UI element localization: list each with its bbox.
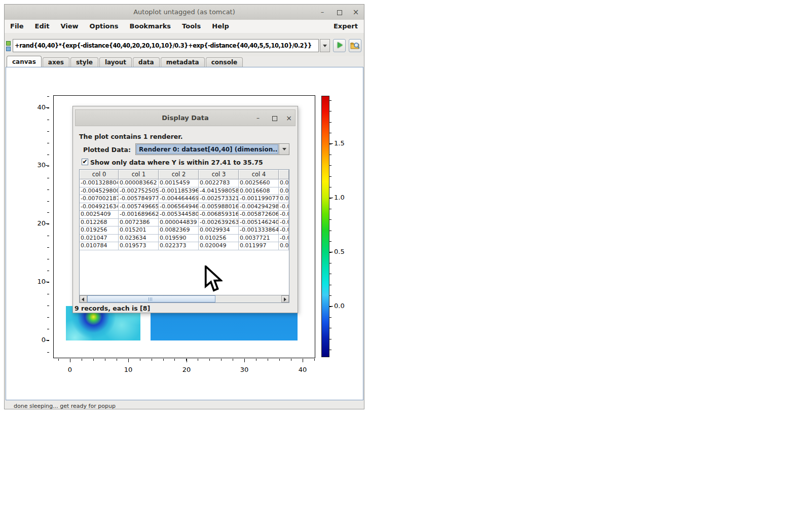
table-row[interactable]: 0.0107840.0195730.0223730.0200490.011997… [80,242,289,250]
table-cell[interactable]: -0.002573321... [199,195,239,203]
table-cell[interactable]: 0.010784 [80,242,119,250]
table-cell[interactable]: -0.004529800... [80,187,119,196]
tab-layout[interactable]: layout [99,57,132,67]
tab-style[interactable]: style [70,57,98,67]
minimize-icon[interactable]: – [318,9,326,16]
table-cell[interactable]: -4.041598058... [199,187,239,196]
menu-bookmarks[interactable]: Bookmarks [124,20,177,33]
table-cell[interactable]: -0.001185396... [159,187,199,196]
table-cell[interactable]: 0.0016608 [239,187,279,196]
table-cell[interactable]: -0.001333864... [239,226,279,235]
column-header[interactable] [279,170,289,179]
table-cell[interactable]: -0.005784977... [119,195,159,203]
table-cell[interactable]: -0.004921634... [80,203,119,211]
table-cell[interactable]: 0.0082369 [159,226,199,235]
table-cell[interactable]: 0.0025660 [239,179,279,187]
filter-checkbox[interactable]: ✔ [82,159,88,165]
table-cell[interactable]: 0.00 [279,179,289,187]
uri-input[interactable]: +rand{40,40}*{exp{-distance{40,40,20,20,… [13,39,319,52]
table-cell[interactable]: 0.0022783 [199,179,239,187]
scroll-left-button[interactable] [80,295,87,302]
table-cell[interactable]: -0.005988016... [199,203,239,211]
combo-arrow-button[interactable] [279,144,289,155]
dialog-close-icon[interactable]: × [285,115,293,122]
menu-tools[interactable]: Tools [176,20,206,33]
table-cell[interactable]: -0.002639263... [199,219,239,227]
table-cell[interactable]: 0.000044839 [159,219,199,227]
table-cell[interactable]: -0.005146240... [239,219,279,227]
table-cell[interactable]: 0.0037721 [239,235,279,243]
table-cell[interactable]: -0.001328804... [80,179,119,187]
table-cell[interactable]: -0.007002187... [80,195,119,203]
column-header[interactable]: col 1 [119,170,159,179]
table-row[interactable]: 0.0025409-0.001689662...-0.005344580...-… [80,211,289,219]
table-cell[interactable]: -0.006859316... [199,211,239,219]
table-cell[interactable]: 0.023634 [119,235,159,243]
table-cell[interactable]: 0.00 [279,187,289,196]
menu-options[interactable]: Options [84,20,124,33]
inspect-uri-button[interactable] [349,39,361,52]
window-titlebar[interactable]: Autoplot untagged (as tomcat) – × [5,5,364,20]
table-cell[interactable]: 0.010256 [199,235,239,243]
table-cell[interactable]: -0.005749665... [119,203,159,211]
maximize-icon[interactable] [336,9,344,16]
close-icon[interactable]: × [352,9,360,16]
menu-file[interactable]: File [5,20,29,33]
column-header[interactable]: col 0 [80,170,119,179]
table-cell[interactable]: 0.019590 [159,235,199,243]
table-cell[interactable]: 0.021047 [80,235,119,243]
table-cell[interactable]: 0.0029934 [199,226,239,235]
dialog-minimize-icon[interactable]: – [254,115,262,122]
table-cell[interactable]: -0.001199077... [239,195,279,203]
table-cell[interactable]: -0.0 [279,235,289,243]
table-row[interactable]: 0.0210470.0236340.0195900.0102560.003772… [80,235,289,243]
table-cell[interactable]: 0.00 [279,242,289,250]
dialog-maximize-icon[interactable] [271,115,279,122]
table-cell[interactable]: 0.019573 [119,242,159,250]
table-cell[interactable]: 0.015201 [119,226,159,235]
scroll-right-button[interactable] [281,295,289,302]
column-header[interactable]: col 3 [199,170,239,179]
table-cell[interactable]: -0.005344580... [159,211,199,219]
tab-axes[interactable]: axes [43,57,69,67]
table-cell[interactable]: 0.0015459 [159,179,199,187]
table-cell[interactable]: -0.001689662... [119,211,159,219]
tab-canvas[interactable]: canvas [7,56,42,67]
table-cell[interactable]: -0.006564946... [159,203,199,211]
table-cell[interactable]: 0.020049 [199,242,239,250]
table-cell[interactable]: -0.0 [279,203,289,211]
dialog-titlebar[interactable]: Display Data – × [75,109,296,126]
menu-expert[interactable]: Expert [328,20,364,33]
uri-dropdown-button[interactable] [320,39,330,52]
table-cell[interactable]: 0.011997 [239,242,279,250]
table-cell[interactable]: -0.0 [279,211,289,219]
table-row[interactable]: 0.0122680.00723860.000044839-0.002639263… [80,219,289,227]
column-header[interactable]: col 4 [239,170,279,179]
scrollbar-thumb[interactable] [87,295,215,302]
tab-console[interactable]: console [206,57,243,67]
table-row[interactable]: -0.004921634...-0.005749665...-0.0065649… [80,203,289,211]
table-cell[interactable]: 0.012268 [80,219,119,227]
table-cell[interactable]: -0.005872606... [239,211,279,219]
table-row[interactable]: -0.001328804...0.0000836620.00154590.002… [80,179,289,187]
plotted-data-select[interactable]: Renderer 0: dataset[40,40] (dimension... [135,143,289,155]
plot-go-button[interactable] [333,39,346,52]
table-cell[interactable]: -0.004464469... [159,195,199,203]
column-header[interactable]: col 2 [159,170,199,179]
table-cell[interactable]: 0.0025409 [80,211,119,219]
table-row[interactable]: -0.007002187...-0.005784977...-0.0044644… [80,195,289,203]
menu-edit[interactable]: Edit [29,20,55,33]
menu-help[interactable]: Help [206,20,234,33]
table-cell[interactable]: -0.0 [279,226,289,235]
tab-metadata[interactable]: metadata [161,57,205,67]
table-cell[interactable]: 0.019256 [80,226,119,235]
table-cell[interactable]: 0.0072386 [119,219,159,227]
table-cell[interactable]: 0.00 [279,195,289,203]
table-row[interactable]: -0.004529800...-0.002752505...-0.0011853… [80,187,289,196]
menu-view[interactable]: View [55,20,84,33]
table-cell[interactable]: -0.004294298... [239,203,279,211]
table-cell[interactable]: -0.002752505... [119,187,159,196]
table-row[interactable]: 0.0192560.0152010.00823690.0029934-0.001… [80,226,289,235]
table-cell[interactable]: 0.022373 [159,242,199,250]
tab-data[interactable]: data [133,57,160,67]
